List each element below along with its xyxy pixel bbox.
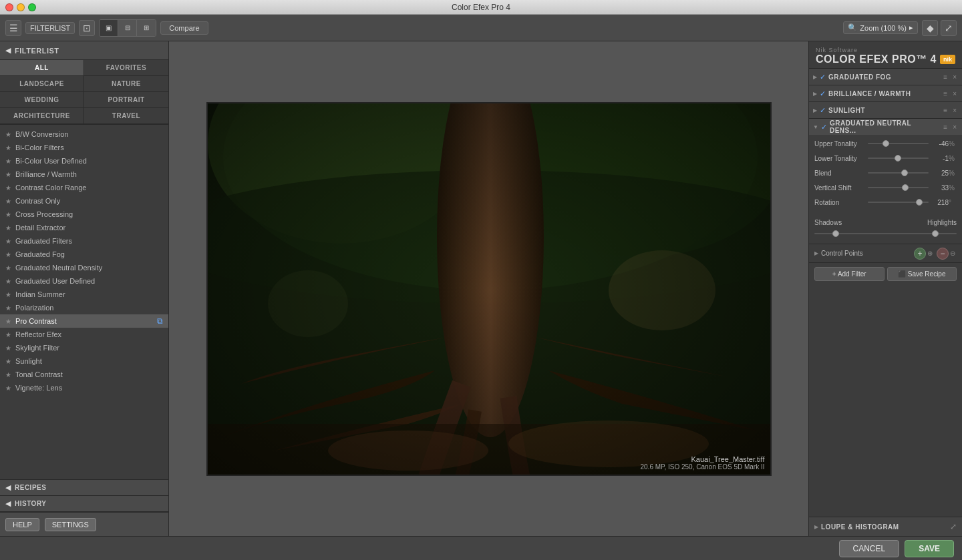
filter-graduated-neutral[interactable]: ★ Graduated Neutral Density [0,261,168,274]
lower-tonality-slider[interactable] [868,154,929,163]
settings-button[interactable]: SETTINGS [45,518,96,531]
filter-bicolor-filters[interactable]: ★ Bi-Color Filters [0,141,168,154]
add-icon: + [917,249,922,258]
save-button[interactable]: SAVE [905,540,954,557]
filterlist-button[interactable]: FILTERLIST [25,22,75,34]
shadows-thumb[interactable] [832,230,839,237]
app-container: ☰ FILTERLIST ⊡ ▣ ⊟ ⊞ Compare 🔍 Zoom (100… [0,15,962,560]
upper-tonality-slider[interactable] [868,139,929,148]
nik-product-row: COLOR EFEX PRO™ 4 nik [816,53,955,65]
history-panel-header[interactable]: ◀ HISTORY [0,496,168,512]
highlights-label: Highlights [886,219,957,226]
panel-graduated-fog: ▶ ✓ GRADUATED FOG ≡ × [809,69,962,85]
help-button[interactable]: HELP [5,518,39,531]
star-icon: ★ [5,158,11,165]
filter-brilliance[interactable]: ★ Brilliance / Warmth [0,168,168,181]
filter-skylight[interactable]: ★ Skylight Filter [0,341,168,354]
slider-thumb[interactable] [895,155,901,162]
vertical-shift-slider[interactable] [868,183,929,192]
filter-cross-processing[interactable]: ★ Cross Processing [0,208,168,221]
tab-landscape[interactable]: LANDSCAPE [0,76,84,92]
toolbar-extra-button[interactable]: ◆ [922,20,938,36]
filter-contrast-only[interactable]: ★ Contrast Only [0,194,168,208]
star-icon: ★ [5,384,11,392]
slider-thumb[interactable] [883,140,889,147]
category-tabs: ALL FAVORITES LANDSCAPE NATURE WEDDING P… [0,60,168,125]
panel-sunlight-header[interactable]: ▶ ✓ SUNLIGHT ≡ × [809,102,962,118]
slider-track [814,233,957,234]
window-controls [5,3,36,11]
close-button[interactable] [5,3,13,11]
filter-graduated-filters[interactable]: ★ Graduated Filters [0,234,168,248]
highlights-thumb[interactable] [932,230,939,237]
compare-button[interactable]: Compare [160,21,208,35]
tab-architecture[interactable]: ARCHITECTURE [0,108,84,124]
panel-settings-icon[interactable]: ≡ [942,73,949,81]
filter-bw-conversion[interactable]: ★ B/W Conversion [0,127,168,141]
filter-reflector[interactable]: ★ Reflector Efex [0,328,168,341]
panel-graduated-fog-header[interactable]: ▶ ✓ GRADUATED FOG ≡ × [809,69,962,85]
panel-settings-icon[interactable]: ≡ [942,123,949,131]
cancel-button[interactable]: CANCEL [839,540,900,557]
filter-vignette-lens[interactable]: ★ Vignette: Lens [0,381,168,394]
panel-close-icon[interactable]: × [951,90,958,97]
recipes-panel-header[interactable]: ◀ RECIPES [0,480,168,496]
dual-view-button[interactable]: ⊞ [137,20,156,36]
single-view-button[interactable]: ▣ [100,20,118,36]
nik-software-text: Nik Software [816,47,955,53]
star-icon: ★ [5,144,11,152]
filter-contrast-color[interactable]: ★ Contrast Color Range [0,181,168,194]
control-points-chevron: ▶ [814,250,818,256]
shadows-slider[interactable] [814,229,957,238]
control-points-separator2: ⊖ [950,250,955,257]
panel-icon: ◀ [5,499,11,508]
zoom-control[interactable]: 🔍 Zoom (100 %) ▸ [843,21,918,34]
slider-thumb[interactable] [902,184,909,191]
rotation-label: Rotation [814,199,868,206]
filter-detail-extractor[interactable]: ★ Detail Extractor [0,221,168,234]
tab-favorites[interactable]: FAVORITES [84,60,168,76]
panel-close-icon[interactable]: × [951,107,958,114]
filter-graduated-user[interactable]: ★ Graduated User Defined [0,274,168,288]
tab-portrait[interactable]: PORTRAIT [84,92,168,108]
control-point-remove-button[interactable]: − [937,248,949,260]
tab-nature[interactable]: NATURE [84,76,168,92]
save-recipe-button[interactable]: ⬛ Save Recipe [887,267,957,281]
panel-settings-icon[interactable]: ≡ [942,107,949,114]
add-filter-button[interactable]: + Add Filter [814,267,885,281]
panel-check-icon: ✓ [820,89,826,98]
maximize-button[interactable] [28,3,36,11]
filter-sunlight[interactable]: ★ Sunlight [0,354,168,368]
blend-label: Blend [814,170,868,177]
slider-thumb[interactable] [901,170,908,176]
filter-polarization[interactable]: ★ Polarization [0,301,168,314]
panel-close-icon[interactable]: × [951,73,958,81]
filter-pro-contrast[interactable]: ★ Pro Contrast ⧉ [0,314,168,328]
fit-button[interactable]: ⊡ [79,20,95,36]
slider-thumb[interactable] [916,199,923,206]
minimize-button[interactable] [17,3,25,11]
filter-bicolor-user[interactable]: ★ Bi-Color User Defined [0,154,168,168]
blend-slider[interactable] [868,168,929,178]
star-icon: ★ [5,211,11,218]
loupe-header[interactable]: ▶ LOUPE & HISTOGRAM ⤢ [809,517,962,536]
panel-brilliance-header[interactable]: ▶ ✓ BRILLIANCE / WARMTH ≡ × [809,85,962,101]
image-area: Kauai_Tree_Master.tiff 20.6 MP, ISO 250,… [169,41,808,536]
filter-graduated-fog[interactable]: ★ Graduated Fog [0,248,168,261]
tab-wedding[interactable]: WEDDING [0,92,84,108]
fullscreen-button[interactable]: ⤢ [941,20,957,36]
split-view-button[interactable]: ⊟ [118,20,137,36]
tab-all[interactable]: ALL [0,60,84,76]
panel-gnd-header[interactable]: ▼ ✓ GRADUATED NEUTRAL DENS... ≡ × [809,119,962,135]
tab-travel[interactable]: TRAVEL [84,108,168,124]
filter-indian-summer[interactable]: ★ Indian Summer [0,288,168,301]
gnd-title: GRADUATED NEUTRAL DENS... [830,119,939,134]
rotation-slider[interactable] [868,198,929,207]
loupe-expand-icon[interactable]: ⤢ [950,522,957,531]
control-point-add-button[interactable]: + [914,248,926,260]
panel-close-icon[interactable]: × [951,123,958,131]
recipes-label: RECIPES [15,484,46,491]
sidebar-toggle-button[interactable]: ☰ [5,20,21,36]
panel-settings-icon[interactable]: ≡ [942,90,949,97]
filter-tonal-contrast[interactable]: ★ Tonal Contrast [0,368,168,381]
